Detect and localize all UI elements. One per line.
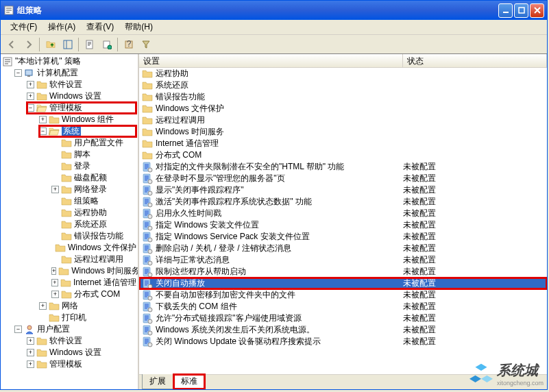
list-row[interactable]: 系统还原 (139, 79, 547, 91)
close-button[interactable] (530, 3, 544, 18)
list-row[interactable]: 删除启动 / 关机 / 登录 / 注销状态消息未被配置 (139, 243, 547, 254)
titlebar[interactable]: 组策略 (1, 1, 547, 20)
tree-computer-config[interactable]: 计算机配置 (37, 67, 78, 79)
expand-toggle[interactable]: + (39, 302, 47, 310)
tree-item-diskQuota[interactable]: 磁盘配额 (74, 172, 107, 184)
folder-icon (61, 196, 72, 207)
menu-file[interactable]: 文件(F) (5, 20, 42, 34)
properties-button[interactable] (82, 37, 97, 52)
tree-windows-settings-2[interactable]: Windows 设置 (49, 347, 101, 358)
expand-toggle[interactable]: + (51, 291, 59, 298)
list-row[interactable]: Windows 时间服务 (139, 126, 547, 138)
export-button[interactable] (99, 37, 114, 52)
list-row[interactable]: Internet 通信管理 (139, 138, 547, 149)
back-button[interactable] (3, 37, 19, 52)
column-name[interactable]: 设置 (139, 54, 403, 67)
tab-extended[interactable]: 扩展 (142, 374, 173, 389)
list-row[interactable]: 错误报告功能 (139, 91, 547, 103)
help-button[interactable]: ? (121, 37, 136, 52)
forward-button[interactable] (21, 37, 36, 52)
filter-button[interactable] (138, 37, 154, 52)
tree-item-remoteAssist[interactable]: 远程协助 (74, 207, 107, 219)
list-row[interactable]: 详细与正常状态消息未被配置 (139, 254, 547, 266)
tree-item-dcom[interactable]: 分布式 COM (74, 289, 120, 300)
list-row[interactable]: 不要自动加密移到加密文件夹中的文件未被配置 (139, 289, 547, 301)
list-row[interactable]: 关闭自动播放未被配置 (139, 278, 547, 289)
list-row[interactable]: 下载丢失的 COM 组件未被配置 (139, 301, 547, 313)
list-item-name: 关闭 Windows Update 设备驱动程序搜索提示 (156, 336, 403, 347)
tree-pane[interactable]: "本地计算机" 策略 −计算机配置 +软件设置 +Windows 设置 −管理模… (1, 54, 139, 389)
tree-item-winFileProtect[interactable]: Windows 文件保护 (68, 242, 136, 254)
tree-item-netLogon[interactable]: 网络登录 (74, 184, 107, 195)
policy-icon (142, 278, 153, 289)
tree-software-settings[interactable]: 软件设置 (49, 79, 82, 90)
list-item-name: 远程过程调用 (156, 114, 403, 126)
expand-toggle[interactable]: + (39, 116, 47, 123)
tree-printers[interactable]: 打印机 (62, 312, 86, 323)
tree-admin-templates[interactable]: 管理模板 (49, 102, 82, 114)
list-row[interactable]: 激活"关闭事件跟踪程序系统状态数据" 功能未被配置 (139, 196, 547, 208)
maximize-button[interactable] (514, 3, 528, 18)
tree-root[interactable]: "本地计算机" 策略 (15, 56, 81, 67)
tree-item-errorReport[interactable]: 错误报告功能 (74, 230, 123, 242)
tree-system[interactable]: 系统 (62, 125, 81, 137)
tree-network[interactable]: 网络 (62, 300, 78, 312)
list-row[interactable]: 允许"分布式链接跟踪"客户端使用域资源未被配置 (139, 313, 547, 324)
list-row[interactable]: 远程协助 (139, 68, 547, 79)
svg-point-13 (27, 326, 32, 330)
list-row[interactable]: 指定 Windows 安装文件位置未被配置 (139, 219, 547, 231)
tree-admin-templates-2[interactable]: 管理模板 (49, 358, 82, 370)
list-row[interactable]: Windows 系统关闭发生后不关闭系统电源。未被配置 (139, 324, 547, 336)
list-body[interactable]: 远程协助系统还原错误报告功能Windows 文件保护远程过程调用Windows … (139, 68, 547, 374)
policy-icon (142, 185, 153, 196)
tree-user-config[interactable]: 用户配置 (37, 323, 70, 335)
expand-toggle[interactable]: + (27, 93, 34, 100)
expand-toggle[interactable]: + (51, 279, 58, 286)
list-row[interactable]: 关闭 Windows Update 设备驱动程序搜索提示未被配置 (139, 336, 547, 347)
up-button[interactable] (42, 37, 58, 52)
expand-toggle[interactable]: + (27, 360, 34, 368)
list-row[interactable]: 在登录时不显示"管理您的服务器"页未被配置 (139, 173, 547, 184)
tree-item-groupPolicy[interactable]: 组策略 (74, 195, 99, 207)
tree-item-scripts[interactable]: 脚本 (74, 149, 90, 160)
tree-windows-settings[interactable]: Windows 设置 (49, 90, 101, 102)
expand-toggle[interactable]: + (27, 349, 34, 356)
tab-standard[interactable]: 标准 (173, 374, 205, 389)
tree-item-rpc[interactable]: 远程过程调用 (74, 254, 123, 265)
expand-toggle[interactable]: + (51, 186, 59, 193)
toolbar-separator (117, 38, 118, 51)
list-item-name: Windows 系统关闭发生后不关闭系统电源。 (156, 324, 403, 336)
menu-view[interactable]: 查看(V) (81, 20, 119, 34)
tree-software-settings-2[interactable]: 软件设置 (49, 335, 82, 347)
folder-open-icon (49, 126, 60, 137)
tree-item-internetComm[interactable]: Internet 通信管理 (73, 277, 136, 289)
expand-toggle[interactable]: + (27, 81, 34, 88)
tree-item-userProfile[interactable]: 用户配置文件 (74, 137, 123, 149)
expand-toggle[interactable]: − (14, 69, 22, 77)
folder-icon (142, 127, 153, 138)
tree-item-sysRestore[interactable]: 系统还原 (74, 219, 107, 230)
list-row[interactable]: 指定 Windows Service Pack 安装文件位置未被配置 (139, 231, 547, 243)
menu-action[interactable]: 操作(A) (42, 20, 81, 34)
show-console-tree-button[interactable] (60, 37, 75, 52)
list-row[interactable]: 显示"关闭事件跟踪程序"未被配置 (139, 184, 547, 196)
tree-item-winTime[interactable]: Windows 时间服务 (71, 265, 139, 277)
tree-item-logon[interactable]: 登录 (74, 160, 90, 172)
column-state[interactable]: 状态 (403, 54, 547, 67)
list-row[interactable]: 启用永久性时间戳未被配置 (139, 208, 547, 219)
minimize-button[interactable] (498, 3, 513, 18)
expand-toggle[interactable]: − (14, 326, 22, 333)
list-item-state: 未被配置 (403, 231, 547, 243)
expand-toggle[interactable]: − (39, 127, 47, 135)
expand-toggle[interactable]: − (27, 104, 34, 112)
menu-help[interactable]: 帮助(H) (119, 20, 158, 34)
list-row[interactable]: Windows 文件保护 (139, 103, 547, 114)
list-row[interactable]: 分布式 COM (139, 149, 547, 161)
tree-windows-components[interactable]: Windows 组件 (62, 114, 114, 125)
list-row[interactable]: 对指定的文件夹限制潜在不安全的"HTML 帮助" 功能未被配置 (139, 161, 547, 173)
expand-toggle[interactable]: + (27, 337, 34, 345)
list-item-name: 指定 Windows Service Pack 安装文件位置 (156, 231, 403, 243)
list-row[interactable]: 限制这些程序从帮助启动未被配置 (139, 266, 547, 278)
expand-toggle[interactable]: + (51, 267, 56, 275)
list-row[interactable]: 远程过程调用 (139, 114, 547, 126)
